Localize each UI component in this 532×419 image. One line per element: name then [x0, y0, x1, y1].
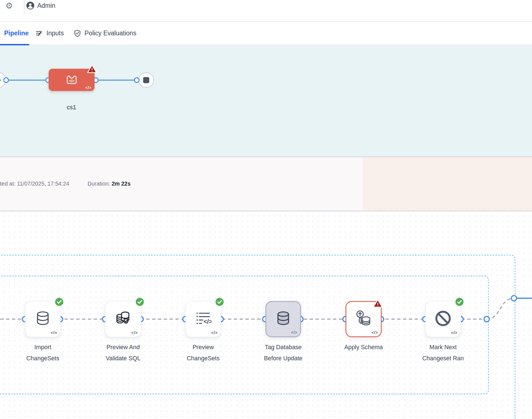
code-icon: </> [211, 331, 218, 335]
node-label: Preview ChangeSets [167, 342, 239, 364]
duration-value: 2m 22s [112, 181, 131, 187]
node-apply-schema[interactable]: </> ! [345, 301, 382, 337]
stop-square-icon [143, 77, 149, 83]
node-label: Preview And Validate SQL [87, 342, 159, 364]
node-preview-changesets[interactable]: </> </> [185, 301, 221, 337]
top-pipeline-canvas[interactable]: </> </> ! cs1 [0, 45, 532, 156]
code-icon: </> [291, 330, 297, 335]
duration: Duration: 2m 22s [88, 181, 131, 187]
settings-gear-icon[interactable]: ⚙ [4, 0, 14, 11]
node-label: Mark Next Changeset Ran [407, 342, 479, 364]
node-preview-validate-sql[interactable]: </> [105, 301, 141, 337]
svg-text:!: ! [91, 67, 93, 73]
database-icon [35, 310, 51, 327]
started-at: ted at: 11/07/2025, 17:54:24 [0, 181, 69, 187]
run-status-bar: ted at: 11/07/2025, 17:54:24 Duration: 2… [0, 156, 532, 211]
code-icon: </> [131, 331, 138, 335]
node-import-changesets[interactable]: </> [25, 301, 61, 337]
code-icon: </> [85, 85, 92, 90]
success-badge [455, 298, 464, 306]
code-icon: </> [51, 331, 57, 335]
success-badge [55, 298, 63, 306]
node-mark-next-changeset[interactable]: </> [425, 301, 461, 337]
node-label: Apply Schema [327, 342, 400, 353]
tab-pipeline[interactable]: Pipeline [4, 22, 29, 45]
user-menu[interactable]: Admin [26, 1, 55, 11]
node-label: Tag Database Before Update [247, 342, 319, 364]
node-tag-database[interactable]: </> [265, 301, 301, 337]
code-icon: </> [372, 330, 378, 335]
top-bar: ⚙ Admin [0, 0, 532, 22]
apply-schema-icon [355, 310, 372, 327]
database-check-icon [115, 310, 131, 327]
prohibited-icon [434, 310, 452, 327]
changelist-icon: </> [195, 310, 212, 327]
svg-text:</>: </> [69, 79, 74, 83]
success-badge [215, 298, 224, 306]
node-cs1-label: cs1 [49, 104, 94, 111]
tab-bar: Pipeline Inputs Policy Evaluations [0, 22, 532, 45]
code-icon: </> [451, 331, 458, 335]
tab-policy-label: Policy Evaluations [84, 29, 136, 37]
success-badge [136, 298, 144, 306]
node-cs1[interactable]: </> </> ! [49, 69, 95, 91]
inputs-icon [36, 29, 43, 37]
svg-text:</>: </> [203, 318, 212, 325]
connection-port[interactable] [135, 78, 139, 83]
shield-check-icon [74, 29, 81, 37]
connection-port[interactable] [511, 296, 517, 301]
database-icon [275, 310, 291, 327]
error-badge: ! [372, 299, 383, 308]
topbar-divider [24, 0, 24, 14]
tab-policy-evaluations[interactable]: Policy Evaluations [74, 22, 136, 45]
top-pipeline-edges [0, 45, 532, 156]
svg-text:!: ! [377, 302, 379, 307]
started-at-value: 11/07/2025, 17:54:24 [17, 181, 69, 187]
pipeline-app: ⚙ Admin Pipeline Inputs [0, 0, 532, 419]
user-name-label: Admin [37, 2, 55, 9]
duration-label: Duration: [88, 181, 110, 187]
user-avatar-icon [26, 1, 34, 10]
sub-pipeline-canvas[interactable]: </> Import ChangeSets </> [0, 211, 532, 419]
tab-inputs-label: Inputs [46, 29, 64, 37]
tab-pipeline-label: Pipeline [4, 29, 29, 37]
connection-port[interactable] [484, 317, 489, 322]
status-bar-accent [363, 157, 532, 211]
custom-code-icon: </> [65, 73, 78, 86]
edge-exit-curve[interactable] [487, 298, 514, 319]
tab-inputs[interactable]: Inputs [36, 22, 64, 45]
node-label: Import ChangeSets [7, 342, 79, 364]
connection-port[interactable] [4, 78, 9, 83]
error-badge: ! [87, 64, 97, 74]
started-at-label: ted at: [0, 181, 16, 187]
